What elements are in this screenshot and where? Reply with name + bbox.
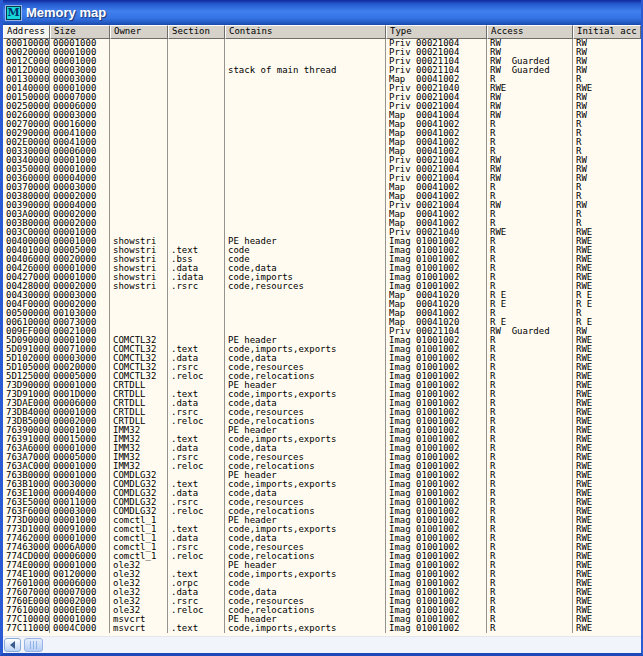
table-row[interactable]: 004F0000 00002000 Map 00041020 R E R E (3, 300, 641, 309)
cell-type: Priv 00021040 (386, 84, 487, 93)
cell-initial-access: RWE (573, 237, 641, 246)
table-row[interactable]: 5D090000 00001000 COMCTL32 PE header Ima… (3, 336, 641, 345)
table-row[interactable]: 002E0000 00041000 Map 00041002 R R (3, 138, 641, 147)
cell-size: 00001000 (50, 426, 110, 435)
table-row[interactable]: 00427000 00001000 showstri .idata code,i… (3, 273, 641, 282)
table-row[interactable]: 5D091000 00071000 COMCTL32 .text code,im… (3, 345, 641, 354)
table-row[interactable]: 0012C000 00001000 Priv 00021104 RW Guard… (3, 57, 641, 66)
cell-contains: PE header (225, 237, 386, 246)
table-row[interactable]: 763F6000 00003000 COMDLG32 .reloc code,r… (3, 507, 641, 516)
table-row[interactable]: 0012D000 00003000 stack of main thread P… (3, 66, 641, 75)
cell-contains: code,relocations (225, 606, 386, 615)
table-row[interactable]: 003A0000 00002000 Map 00041002 R R (3, 210, 641, 219)
table-row[interactable]: 00130000 00003000 Map 00041002 R R (3, 75, 641, 84)
cell-initial-access: RWE (573, 426, 641, 435)
table-row[interactable]: 77C10000 00001000 msvcrt PE header Imag … (3, 615, 641, 624)
table-row[interactable]: 00428000 00002000 showstri .rsrc code,re… (3, 282, 641, 291)
horizontal-scrollbar[interactable] (3, 636, 641, 653)
table-row[interactable]: 773D1000 00091000 comctl_1 .text code,im… (3, 525, 641, 534)
table-row[interactable]: 009EF000 00021000 Priv 00021104 RW Guard… (3, 327, 641, 336)
column-header-type[interactable]: Type (386, 25, 487, 39)
title-bar[interactable]: M Memory map (3, 0, 641, 25)
cell-size: 00001000 (50, 381, 110, 390)
table-row[interactable]: 77462000 00001000 comctl_1 .data code,da… (3, 534, 641, 543)
table-row[interactable]: 763A7000 00005000 IMM32 .rsrc code,resou… (3, 453, 641, 462)
table-row[interactable]: 003C0000 00001000 Priv 00021040 RWE RWE (3, 228, 641, 237)
table-row[interactable]: 77463000 0006A000 comctl_1 .rsrc code,re… (3, 543, 641, 552)
table-row[interactable]: 774CD000 00006000 comctl_1 .reloc code,r… (3, 552, 641, 561)
column-header-owner[interactable]: Owner (110, 25, 168, 39)
cell-address: 00390000 (3, 201, 50, 210)
cell-section (168, 75, 225, 84)
column-header-initial-access[interactable]: Initial acc (573, 25, 641, 39)
table-row[interactable]: 763E5000 00011000 COMDLG32 .rsrc code,re… (3, 498, 641, 507)
table-row[interactable]: 00150000 00007000 Priv 00021004 RW RW (3, 93, 641, 102)
table-row[interactable]: 00010000 00001000 Priv 00021004 RW RW (3, 39, 641, 48)
table-row[interactable]: 77601000 00006000 ole32 .orpc code Imag … (3, 579, 641, 588)
table-row[interactable]: 00250000 00006000 Priv 00021004 RW RW (3, 102, 641, 111)
table-row[interactable]: 00360000 00004000 Priv 00021004 RW RW (3, 174, 641, 183)
table-row[interactable]: 763A6000 00001000 IMM32 .data code,data … (3, 444, 641, 453)
table-row[interactable]: 76390000 00001000 IMM32 PE header Imag 0… (3, 426, 641, 435)
table-row[interactable]: 73D91000 0001D000 CRTDLL .text code,impo… (3, 390, 641, 399)
table-row[interactable]: 763E1000 00004000 COMDLG32 .data code,da… (3, 489, 641, 498)
scrollbar-thumb[interactable] (24, 638, 43, 652)
table-row[interactable]: 00020000 00001000 Priv 00021004 RW RW (3, 48, 641, 57)
table-row[interactable]: 00370000 00003000 Map 00041002 R R (3, 183, 641, 192)
table-row[interactable]: 00140000 00001000 Priv 00021040 RWE RWE (3, 84, 641, 93)
table-row[interactable]: 774E1000 00120000 ole32 .text code,impor… (3, 570, 641, 579)
table-row[interactable]: 00340000 00001000 Priv 00021004 RW RW (3, 156, 641, 165)
table-row[interactable]: 73DAE000 00006000 CRTDLL .data code,data… (3, 399, 641, 408)
scroll-left-button[interactable] (4, 638, 21, 652)
table-row[interactable]: 5D105000 00020000 COMCTL32 .rsrc code,re… (3, 363, 641, 372)
table-row[interactable]: 73D90000 00001000 CRTDLL PE header Imag … (3, 381, 641, 390)
table-row[interactable]: 763B0000 00001000 COMDLG32 PE header Ima… (3, 471, 641, 480)
table-row[interactable]: 00500000 00103000 Map 00041002 R R (3, 309, 641, 318)
table-row[interactable]: 00430000 00003000 Map 00041020 R E R E (3, 291, 641, 300)
column-header-contains[interactable]: Contains (225, 25, 386, 39)
cell-contains (225, 300, 386, 309)
cell-contains (225, 39, 386, 48)
table-row[interactable]: 00610000 00073000 Map 00041020 R E R E (3, 318, 641, 327)
column-header-size[interactable]: Size (50, 25, 110, 39)
table-row[interactable]: 77607000 00007000 ole32 .data code,data … (3, 588, 641, 597)
table-row[interactable]: 00350000 00001000 Priv 00021004 RW RW (3, 165, 641, 174)
table-row[interactable]: 00380000 00002000 Map 00041002 R R (3, 192, 641, 201)
table-row[interactable]: 5D125000 00005000 COMCTL32 .reloc code,r… (3, 372, 641, 381)
table-row[interactable]: 00330000 00006000 Map 00041002 R R (3, 147, 641, 156)
cell-access: R (487, 390, 573, 399)
table-row[interactable]: 00390000 00004000 Priv 00021004 RW RW (3, 201, 641, 210)
cell-section (168, 309, 225, 318)
table-row[interactable]: 77C11000 0004C000 msvcrt .text code,impo… (3, 624, 641, 633)
table-row[interactable]: 77610000 0000E000 ole32 .reloc code,relo… (3, 606, 641, 615)
column-header-section[interactable]: Section (168, 25, 225, 39)
table-row[interactable]: 00290000 00041000 Map 00041002 R R (3, 129, 641, 138)
table-row[interactable]: 00400000 00001000 showstri PE header Ima… (3, 237, 641, 246)
cell-owner: CRTDLL (110, 417, 168, 426)
table-row[interactable]: 763AC000 00001000 IMM32 .reloc code,relo… (3, 462, 641, 471)
table-row[interactable]: 003B0000 00002000 Map 00041002 R R (3, 219, 641, 228)
cell-section (168, 93, 225, 102)
table-row[interactable]: 763B1000 00030000 COMDLG32 .text code,im… (3, 480, 641, 489)
ollydbg-window-icon[interactable]: M (6, 6, 21, 20)
column-header-address[interactable]: Address (3, 25, 50, 39)
column-header-access[interactable]: Access (487, 25, 573, 39)
table-row[interactable]: 5D102000 00003000 COMCTL32 .data code,da… (3, 354, 641, 363)
table-row[interactable]: 73DB5000 00002000 CRTDLL .reloc code,rel… (3, 417, 641, 426)
table-row[interactable]: 00426000 00001000 showstri .data code,da… (3, 264, 641, 273)
table-row[interactable]: 00260000 00003000 Map 00041004 RW RW (3, 111, 641, 120)
cell-owner: COMCTL32 (110, 354, 168, 363)
table-row[interactable]: 00401000 00005000 showstri .text code Im… (3, 246, 641, 255)
cell-address: 00500000 (3, 309, 50, 318)
table-row[interactable]: 76391000 00015000 IMM32 .text code,impor… (3, 435, 641, 444)
cell-initial-access: R E (573, 291, 641, 300)
table-row[interactable]: 73DB4000 00001000 CRTDLL .rsrc code,reso… (3, 408, 641, 417)
table-row[interactable]: 00406000 00020000 showstri .bss code Ima… (3, 255, 641, 264)
table-row[interactable]: 00270000 00016000 Map 00041002 R R (3, 120, 641, 129)
table-row[interactable]: 7760E000 00002000 ole32 .rsrc code,resou… (3, 597, 641, 606)
table-row[interactable]: 773D0000 00001000 comctl_1 PE header Ima… (3, 516, 641, 525)
cell-initial-access: RWE (573, 381, 641, 390)
cell-contains (225, 327, 386, 336)
cell-initial-access: RWE (573, 246, 641, 255)
table-row[interactable]: 774E0000 00001000 ole32 PE header Imag 0… (3, 561, 641, 570)
